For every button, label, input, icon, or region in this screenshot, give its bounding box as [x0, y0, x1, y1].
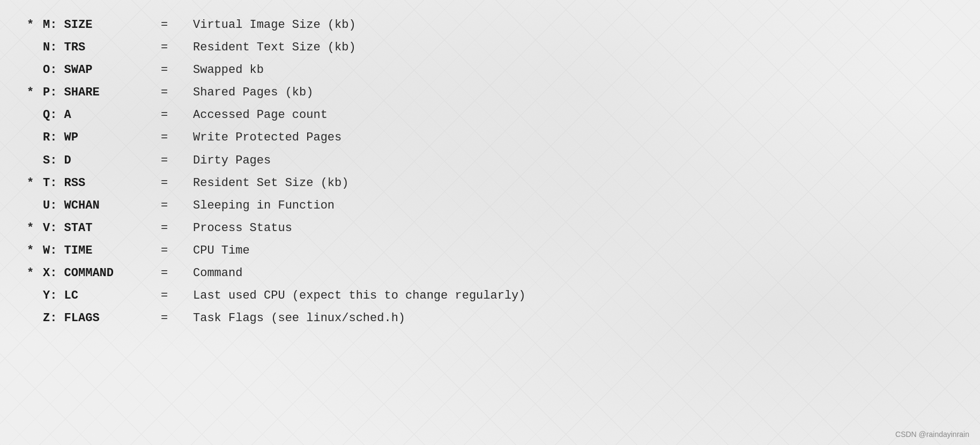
value-label: Dirty Pages — [193, 152, 271, 170]
key-label: T: RSS — [43, 174, 161, 192]
key-label: O: SWAP — [43, 61, 161, 79]
table-row: *X: COMMAND=Command — [27, 264, 953, 283]
equals-sign: = — [161, 174, 193, 192]
key-label: P: SHARE — [43, 84, 161, 102]
equals-sign: = — [161, 129, 193, 147]
star-marker: * — [27, 16, 43, 34]
table-row: *V: STAT=Process Status — [27, 219, 953, 238]
value-label: Write Protected Pages — [193, 129, 341, 147]
table-row: Y: LC=Last used CPU (expect this to chan… — [27, 287, 953, 305]
main-content: *M: SIZE=Virtual Image Size (kb)N: TRS=R… — [0, 0, 980, 348]
equals-sign: = — [161, 39, 193, 57]
value-label: Process Status — [193, 219, 292, 238]
equals-sign: = — [161, 242, 193, 260]
table-row: *T: RSS=Resident Set Size (kb) — [27, 174, 953, 192]
star-marker: * — [27, 264, 43, 283]
key-label: V: STAT — [43, 219, 161, 238]
key-label: X: COMMAND — [43, 264, 161, 283]
equals-sign: = — [161, 264, 193, 283]
key-label: U: WCHAN — [43, 197, 161, 215]
value-label: CPU Time — [193, 242, 250, 260]
table-row: *M: SIZE=Virtual Image Size (kb) — [27, 16, 953, 34]
value-label: Task Flags (see linux/sched.h) — [193, 309, 405, 328]
table-row: N: TRS=Resident Text Size (kb) — [27, 39, 953, 57]
key-label: S: D — [43, 152, 161, 170]
watermark-label: CSDN @raindayinrain — [895, 430, 969, 439]
value-label: Command — [193, 264, 242, 283]
star-marker: * — [27, 84, 43, 102]
key-label: N: TRS — [43, 39, 161, 57]
key-label: Q: A — [43, 106, 161, 124]
value-label: Sleeping in Function — [193, 197, 335, 215]
table-row: *P: SHARE=Shared Pages (kb) — [27, 84, 953, 102]
star-marker: * — [27, 242, 43, 260]
key-label: M: SIZE — [43, 16, 161, 34]
equals-sign: = — [161, 61, 193, 79]
value-label: Accessed Page count — [193, 106, 328, 124]
key-label: R: WP — [43, 129, 161, 147]
table-row: Z: FLAGS=Task Flags (see linux/sched.h) — [27, 309, 953, 328]
equals-sign: = — [161, 152, 193, 170]
star-marker: * — [27, 219, 43, 238]
key-label: W: TIME — [43, 242, 161, 260]
table-row: U: WCHAN=Sleeping in Function — [27, 197, 953, 215]
equals-sign: = — [161, 309, 193, 328]
table-row: S: D=Dirty Pages — [27, 152, 953, 170]
value-label: Last used CPU (expect this to change reg… — [193, 287, 526, 305]
equals-sign: = — [161, 287, 193, 305]
value-label: Resident Set Size (kb) — [193, 174, 348, 192]
equals-sign: = — [161, 16, 193, 34]
key-label: Z: FLAGS — [43, 309, 161, 328]
equals-sign: = — [161, 106, 193, 124]
equals-sign: = — [161, 219, 193, 238]
table-row: *W: TIME=CPU Time — [27, 242, 953, 260]
value-label: Swapped kb — [193, 61, 264, 79]
equals-sign: = — [161, 197, 193, 215]
key-label: Y: LC — [43, 287, 161, 305]
star-marker: * — [27, 174, 43, 192]
value-label: Resident Text Size (kb) — [193, 39, 356, 57]
table-row: O: SWAP=Swapped kb — [27, 61, 953, 79]
table-row: R: WP=Write Protected Pages — [27, 129, 953, 147]
value-label: Shared Pages (kb) — [193, 84, 313, 102]
table-row: Q: A=Accessed Page count — [27, 106, 953, 124]
value-label: Virtual Image Size (kb) — [193, 16, 356, 34]
equals-sign: = — [161, 84, 193, 102]
